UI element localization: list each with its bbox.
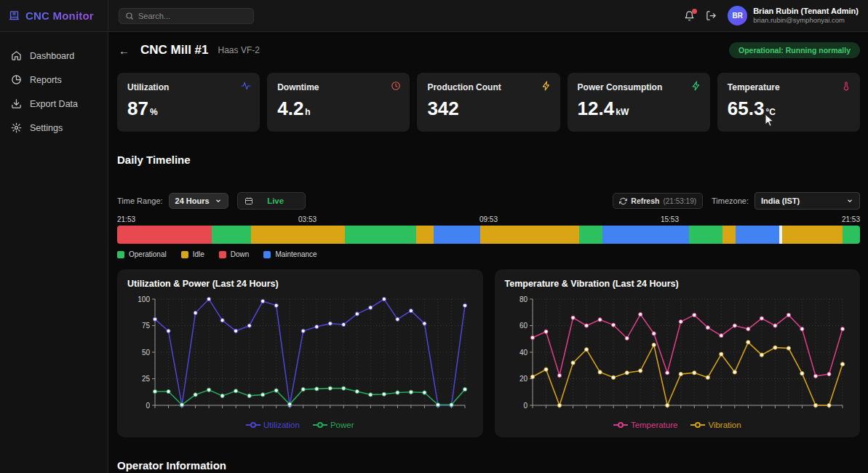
sidebar-item-settings[interactable]: Settings	[0, 116, 108, 140]
timezone-select[interactable]: India (IST)	[754, 192, 860, 210]
stat-card-temperature: Temperature65.3°C	[717, 73, 860, 132]
thermometer-icon	[841, 81, 851, 91]
user-email: brian.rubin@symphonyai.com	[753, 16, 859, 25]
timeline-segment-maintenance	[434, 226, 480, 244]
timeline-segment-operational	[843, 226, 859, 244]
time-range-select[interactable]: 24 Hours	[169, 193, 228, 209]
stat-value: 65.3°C	[728, 99, 850, 118]
svg-text:40: 40	[519, 349, 527, 357]
device-model: Haas VF-2	[218, 45, 260, 55]
sidebar-item-label: Reports	[30, 75, 62, 85]
legend-item-idle: Idle	[181, 250, 204, 258]
search-box[interactable]	[119, 8, 254, 24]
timeline-legend: OperationalIdleDownMaintenance	[117, 250, 860, 258]
search-input[interactable]	[138, 12, 247, 20]
timeline-segment-maintenance	[736, 226, 779, 244]
sidebar-item-label: Export Data	[30, 99, 78, 109]
sidebar-item-reports[interactable]: Reports	[0, 68, 108, 92]
chart-legend-item-temperature: Temperature	[613, 421, 678, 429]
chart-title: Temperature & Vibration (Last 24 Hours)	[505, 279, 851, 289]
stat-label: Production Count	[427, 82, 549, 92]
gear-icon	[11, 122, 22, 133]
user-menu[interactable]: BR Brian Rubin (Tenant Admin) brian.rubi…	[728, 6, 859, 25]
bolt-icon	[541, 81, 552, 91]
timeline-segment-down	[117, 226, 212, 244]
time-range-label: Time Range:	[117, 196, 163, 205]
timeline-segment-operational	[212, 226, 251, 244]
chart-plot-0: 0255075100	[127, 293, 472, 417]
timeline-segment-idle	[722, 226, 736, 244]
user-name: Brian Rubin (Tenant Admin)	[753, 7, 859, 17]
chart-title: Utilization & Power (Last 24 Hours)	[127, 279, 473, 289]
timeline-segment-operational	[579, 226, 602, 244]
legend-label: Down	[231, 250, 250, 258]
download-icon	[11, 98, 22, 109]
svg-text:50: 50	[142, 349, 151, 357]
timeline-time-label: 03:53	[298, 215, 316, 223]
sidebar-item-export-data[interactable]: Export Data	[0, 92, 108, 116]
activity-icon	[241, 81, 251, 91]
stat-card-power-consumption: Power Consumption12.4kW	[568, 73, 710, 132]
refresh-timestamp: (21:53:19)	[663, 197, 696, 205]
status-badge: Operational: Running normally	[729, 42, 860, 58]
stat-value: 4.2h	[277, 99, 399, 118]
main-content: ← CNC Mill #1 Haas VF-2 Operational: Run…	[108, 32, 868, 473]
stat-unit: kW	[616, 107, 629, 117]
svg-text:80: 80	[519, 295, 527, 303]
chevron-down-icon	[846, 197, 853, 204]
timeline-axis-labels: 21:5303:5309:5315:5321:53	[117, 215, 860, 223]
legend-label: Idle	[193, 250, 204, 258]
svg-text:25: 25	[142, 375, 151, 383]
logout-button[interactable]	[706, 10, 717, 21]
timeline-time-label: 21:53	[117, 215, 135, 223]
chart-legend-label: Vibration	[708, 421, 741, 429]
chart-legend: TemperatureVibration	[505, 421, 851, 429]
legend-swatch	[117, 251, 124, 258]
chart-legend-item-power: Power	[313, 421, 354, 429]
calendar-icon	[244, 196, 253, 205]
sidebar-item-label: Settings	[30, 123, 63, 133]
legend-swatch	[263, 251, 271, 258]
timeline-time-label: 15:53	[661, 215, 679, 223]
clock-icon	[391, 81, 401, 91]
sidebar: DashboardReportsExport DataSettings	[0, 32, 108, 473]
timeline-segment-operational	[689, 226, 722, 244]
legend-label: Maintenance	[275, 250, 316, 258]
stat-unit: °C	[765, 107, 775, 117]
timezone-label: Timezone:	[712, 196, 749, 205]
timeline-bar[interactable]	[117, 226, 860, 244]
legend-item-down: Down	[219, 250, 250, 258]
notifications-button[interactable]	[684, 10, 695, 21]
stat-card-production-count: Production Count342	[417, 73, 560, 132]
timeline-segment-idle	[480, 226, 579, 244]
stat-card-utilization: Utilization87%	[117, 73, 260, 132]
app-logo: CNC Monitor	[0, 0, 108, 31]
daily-timeline-title: Daily Timeline	[117, 154, 860, 166]
refresh-button[interactable]: Refresh (21:53:19)	[613, 193, 703, 209]
timeline-segment-idle	[416, 226, 433, 244]
stat-label: Utilization	[127, 82, 250, 92]
stat-value: 12.4kW	[578, 99, 700, 118]
chart-plot-1: 020406080	[505, 293, 850, 417]
search-icon	[125, 12, 134, 20]
chart-legend-label: Utilization	[263, 421, 300, 429]
stat-unit: %	[150, 107, 158, 117]
notification-dot	[692, 9, 697, 14]
page-title: CNC Mill #1	[140, 43, 209, 57]
sidebar-item-dashboard[interactable]: Dashboard	[0, 44, 108, 68]
chart-legend-item-utilization: Utilization	[246, 421, 300, 429]
timeline-segment-operational	[345, 226, 416, 244]
back-button[interactable]: ←	[117, 44, 131, 57]
chart-legend-label: Power	[330, 421, 354, 429]
stat-unit: h	[305, 107, 310, 117]
logout-icon	[706, 10, 717, 21]
live-label: Live	[253, 196, 298, 205]
svg-text:20: 20	[519, 375, 527, 383]
live-button[interactable]: Live	[237, 192, 306, 210]
stat-card-downtime: Downtime4.2h	[267, 73, 410, 132]
timeline-time-label: 09:53	[479, 215, 498, 223]
svg-text:0: 0	[146, 402, 150, 410]
legend-label: Operational	[129, 250, 167, 258]
avatar[interactable]: BR	[728, 6, 747, 25]
svg-text:100: 100	[138, 295, 150, 303]
